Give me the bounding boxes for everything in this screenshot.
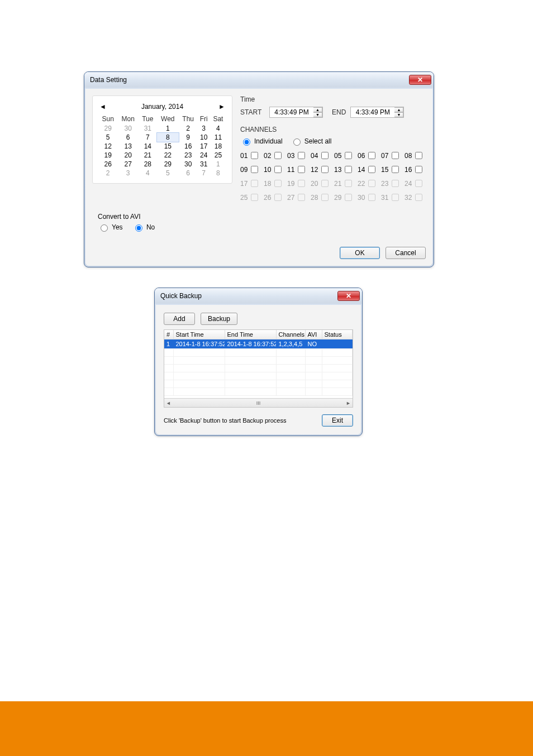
calendar-day[interactable]: 6	[179, 169, 197, 178]
calendar-day[interactable]: 9	[179, 133, 197, 142]
calendar-day[interactable]: 4	[139, 169, 157, 178]
scroll-right-icon[interactable]: ►	[346, 400, 351, 406]
convert-yes-radio[interactable]: Yes	[98, 223, 123, 232]
calendar-day[interactable]: 13	[117, 142, 139, 151]
start-time-input[interactable]	[270, 107, 313, 117]
calendar-day[interactable]: 15	[157, 142, 179, 151]
close-icon[interactable]: ✕	[409, 75, 431, 85]
calendar-day[interactable]: 10	[197, 133, 210, 142]
exit-button[interactable]: Exit	[322, 414, 353, 427]
table-header[interactable]: Start Time	[173, 330, 225, 339]
calendar-day[interactable]: 3	[117, 169, 139, 178]
calendar-day[interactable]: 4	[210, 124, 226, 133]
start-time-down-icon[interactable]: ▼	[313, 112, 322, 117]
scroll-left-icon[interactable]: ◄	[166, 400, 171, 406]
calendar-day[interactable]: 7	[139, 133, 157, 142]
channel-07-checkbox[interactable]	[392, 152, 399, 159]
channel-05[interactable]: 05	[334, 150, 355, 161]
add-button[interactable]: Add	[164, 313, 195, 325]
table-header[interactable]: Channels	[276, 330, 305, 339]
channel-12[interactable]: 12	[311, 164, 332, 175]
table-header[interactable]: #	[164, 330, 173, 339]
channel-10[interactable]: 10	[264, 164, 285, 175]
calendar-day[interactable]: 17	[197, 142, 210, 151]
channel-02[interactable]: 02	[264, 150, 285, 161]
calendar-day[interactable]: 7	[197, 169, 210, 178]
calendar-day[interactable]: 26	[98, 160, 117, 169]
calendar-day[interactable]: 14	[139, 142, 157, 151]
calendar-day[interactable]: 29	[98, 124, 117, 133]
calendar-day[interactable]: 30	[117, 124, 139, 133]
channel-11-checkbox[interactable]	[298, 166, 305, 173]
calendar-day[interactable]: 27	[117, 160, 139, 169]
channel-09[interactable]: 09	[240, 164, 261, 175]
channel-01[interactable]: 01	[240, 150, 261, 161]
channel-12-checkbox[interactable]	[321, 166, 329, 173]
calendar-day[interactable]: 8	[210, 169, 226, 178]
calendar-day[interactable]: 21	[139, 151, 157, 160]
channel-14[interactable]: 14	[358, 164, 379, 175]
calendar-day[interactable]: 28	[139, 160, 157, 169]
calendar-day[interactable]: 18	[210, 142, 226, 151]
horizontal-scrollbar[interactable]: ◄ III ►	[164, 398, 353, 407]
calendar-day[interactable]: 31	[139, 124, 157, 133]
calendar-next-icon[interactable]: ►	[218, 103, 225, 111]
channel-10-checkbox[interactable]	[274, 166, 282, 173]
cancel-button[interactable]: Cancel	[386, 247, 426, 259]
channel-11[interactable]: 11	[287, 164, 308, 175]
table-header[interactable]: AVI	[305, 330, 322, 339]
calendar-month-label[interactable]: January, 2014	[141, 103, 183, 111]
channel-01-checkbox[interactable]	[251, 152, 258, 159]
convert-no-radio[interactable]: No	[132, 223, 155, 232]
calendar-day[interactable]: 5	[157, 169, 179, 178]
channel-02-checkbox[interactable]	[274, 152, 282, 159]
calendar-day[interactable]: 16	[179, 142, 197, 151]
close-icon[interactable]: ✕	[337, 291, 360, 301]
calendar-day[interactable]: 31	[197, 160, 210, 169]
channel-08-checkbox[interactable]	[415, 152, 422, 159]
channel-08[interactable]: 08	[404, 150, 426, 161]
channel-06[interactable]: 06	[358, 150, 379, 161]
ok-button[interactable]: OK	[340, 247, 380, 259]
end-time-up-icon[interactable]: ▲	[394, 107, 403, 112]
calendar-day[interactable]: 11	[210, 133, 226, 142]
channel-04[interactable]: 04	[311, 150, 332, 161]
calendar-day[interactable]: 2	[179, 124, 197, 133]
channel-07[interactable]: 07	[381, 150, 402, 161]
channel-06-checkbox[interactable]	[368, 152, 375, 159]
calendar-day[interactable]: 5	[98, 133, 117, 142]
calendar-day[interactable]: 23	[179, 151, 197, 160]
channel-13[interactable]: 13	[334, 164, 355, 175]
calendar-day[interactable]: 30	[179, 160, 197, 169]
calendar-prev-icon[interactable]: ◄	[99, 103, 106, 111]
calendar-day[interactable]: 22	[157, 151, 179, 160]
channel-09-checkbox[interactable]	[251, 166, 258, 173]
channel-15-checkbox[interactable]	[392, 166, 399, 173]
end-time-input[interactable]	[351, 107, 394, 117]
channel-05-checkbox[interactable]	[345, 152, 352, 159]
channel-13-checkbox[interactable]	[345, 166, 352, 173]
backup-button[interactable]: Backup	[201, 313, 237, 325]
table-header[interactable]: End Time	[225, 330, 276, 339]
calendar-day[interactable]: 20	[117, 151, 139, 160]
start-time-up-icon[interactable]: ▲	[313, 107, 322, 112]
calendar-day[interactable]: 6	[117, 133, 139, 142]
calendar-day[interactable]: 1	[157, 124, 179, 133]
channel-16-checkbox[interactable]	[415, 166, 422, 173]
calendar-day[interactable]: 24	[197, 151, 210, 160]
calendar-day[interactable]: 12	[98, 142, 117, 151]
channel-14-checkbox[interactable]	[368, 166, 375, 173]
channel-15[interactable]: 15	[381, 164, 402, 175]
channel-03-checkbox[interactable]	[298, 152, 305, 159]
calendar-day[interactable]: 19	[98, 151, 117, 160]
calendar-day[interactable]: 8	[157, 133, 179, 142]
end-time-down-icon[interactable]: ▼	[394, 112, 403, 117]
channel-16[interactable]: 16	[404, 164, 426, 175]
table-header[interactable]: Status	[322, 330, 353, 339]
channel-03[interactable]: 03	[287, 150, 308, 161]
calendar-day[interactable]: 1	[210, 160, 226, 169]
calendar-day[interactable]: 29	[157, 160, 179, 169]
mode-selectall-radio[interactable]: Select all	[291, 137, 332, 146]
calendar-day[interactable]: 2	[98, 169, 117, 178]
mode-individual-radio[interactable]: Individual	[240, 137, 283, 146]
